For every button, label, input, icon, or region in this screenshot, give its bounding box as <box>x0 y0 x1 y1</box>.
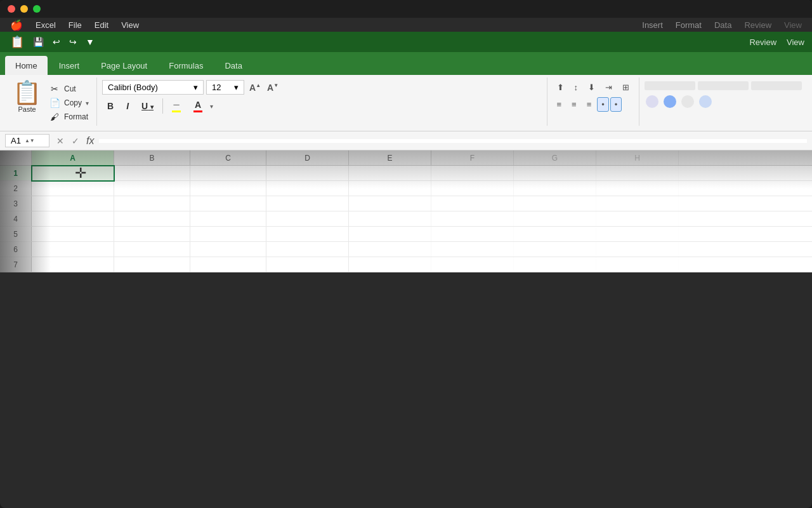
cut-button[interactable]: ✂ Cut <box>46 83 91 95</box>
cell-b7[interactable] <box>114 257 190 272</box>
cell-e4[interactable] <box>349 211 431 227</box>
menu-file[interactable]: File <box>63 20 87 30</box>
font-name-selector[interactable]: Calibri (Body) ▾ <box>102 80 204 95</box>
col-header-f[interactable]: F <box>431 150 514 166</box>
cell-a2[interactable] <box>32 181 114 196</box>
cell-h6[interactable] <box>596 242 679 257</box>
cell-h1[interactable] <box>596 166 679 181</box>
review-menu[interactable]: Review <box>749 37 776 47</box>
cell-f7[interactable] <box>431 257 514 272</box>
cell-e3[interactable] <box>349 196 431 211</box>
menu-insert[interactable]: Insert <box>637 20 668 30</box>
cell-f1[interactable] <box>431 166 514 181</box>
copy-dropdown[interactable]: ▾ <box>86 100 89 107</box>
maximize-button[interactable] <box>33 5 41 13</box>
cell-d3[interactable] <box>266 196 349 211</box>
cell-g6[interactable] <box>514 242 596 257</box>
undo-icon[interactable]: ↩ <box>50 36 63 48</box>
font-decrease-button[interactable]: A▼ <box>265 81 281 94</box>
format-painter-button[interactable]: 🖌 Format <box>46 110 91 123</box>
cell-d7[interactable] <box>266 257 349 272</box>
cell-b1[interactable] <box>114 166 190 181</box>
cell-ref-dropdown[interactable]: ▲▼ <box>25 138 35 144</box>
indent-increase-button[interactable]: • <box>610 97 622 112</box>
menu-format[interactable]: Format <box>671 20 707 30</box>
cell-e6[interactable] <box>349 242 431 257</box>
cell-b2[interactable] <box>114 181 190 196</box>
formula-cancel-icon[interactable]: ✕ <box>55 136 66 146</box>
tab-formulas[interactable]: Formulas <box>159 56 213 75</box>
cell-c3[interactable] <box>190 196 266 211</box>
cell-c6[interactable] <box>190 242 266 257</box>
paste-button[interactable]: 📋 Paste <box>10 80 44 114</box>
menu-view2[interactable]: View <box>779 20 807 30</box>
cell-e5[interactable] <box>349 227 431 242</box>
cell-b6[interactable] <box>114 242 190 257</box>
cell-a1[interactable]: ✛ <box>32 166 114 181</box>
align-center-button[interactable]: ≡ <box>567 97 581 112</box>
underline-dropdown[interactable]: ▾ <box>150 104 154 110</box>
cell-d4[interactable] <box>266 211 349 227</box>
align-bottom-button[interactable]: ⬇ <box>584 80 599 95</box>
cell-c5[interactable] <box>190 227 266 242</box>
notebook-icon[interactable]: 📋 <box>8 34 27 50</box>
cell-h7[interactable] <box>596 257 679 272</box>
italic-button[interactable]: I <box>121 98 134 114</box>
cell-d1[interactable] <box>266 166 349 181</box>
bold-button[interactable]: B <box>102 98 119 114</box>
cell-a3[interactable] <box>32 196 114 211</box>
cell-e7[interactable] <box>349 257 431 272</box>
cell-g7[interactable] <box>514 257 596 272</box>
minimize-button[interactable] <box>20 5 28 13</box>
cell-h3[interactable] <box>596 196 679 211</box>
cell-d6[interactable] <box>266 242 349 257</box>
font-size-selector[interactable]: 12 ▾ <box>206 80 244 95</box>
cell-h4[interactable] <box>596 211 679 227</box>
col-header-b[interactable]: B <box>114 150 190 166</box>
cell-a4[interactable] <box>32 211 114 227</box>
cell-a5[interactable] <box>32 227 114 242</box>
cell-e2[interactable] <box>349 181 431 196</box>
cell-c1[interactable] <box>190 166 266 181</box>
font-color-dropdown[interactable]: ▾ <box>210 103 213 110</box>
font-increase-button[interactable]: A▲ <box>247 81 263 94</box>
underline-color-button[interactable]: ─ <box>167 97 186 115</box>
cell-g4[interactable] <box>514 211 596 227</box>
cell-b5[interactable] <box>114 227 190 242</box>
cell-f3[interactable] <box>431 196 514 211</box>
cell-d2[interactable] <box>266 181 349 196</box>
redo-icon[interactable]: ↪ <box>67 36 79 48</box>
tab-page-layout[interactable]: Page Layout <box>91 56 157 75</box>
menu-edit[interactable]: Edit <box>89 20 114 30</box>
close-button[interactable] <box>8 5 15 13</box>
align-left-button[interactable]: ≡ <box>553 97 566 112</box>
cell-h5[interactable] <box>596 227 679 242</box>
menu-data[interactable]: Data <box>709 20 737 30</box>
cell-f6[interactable] <box>431 242 514 257</box>
col-header-d[interactable]: D <box>266 150 349 166</box>
cell-g1[interactable] <box>514 166 596 181</box>
apple-menu[interactable]: 🍎 <box>5 19 28 31</box>
formula-input[interactable] <box>99 139 807 143</box>
cell-c2[interactable] <box>190 181 266 196</box>
menu-review[interactable]: Review <box>739 20 776 30</box>
indent-decrease-button[interactable]: • <box>597 97 609 112</box>
wrap-text-button[interactable]: ⇥ <box>601 80 617 95</box>
cell-c7[interactable] <box>190 257 266 272</box>
cell-c4[interactable] <box>190 211 266 227</box>
underline-button[interactable]: U ▾ <box>136 98 159 114</box>
copy-button[interactable]: 📄 Copy ▾ <box>46 97 91 109</box>
cell-g5[interactable] <box>514 227 596 242</box>
font-color-button[interactable]: A <box>188 98 207 115</box>
cell-g3[interactable] <box>514 196 596 211</box>
tab-data[interactable]: Data <box>214 56 252 75</box>
cell-f4[interactable] <box>431 211 514 227</box>
save-icon[interactable]: 💾 <box>30 36 46 48</box>
cell-g2[interactable] <box>514 181 596 196</box>
cell-a6[interactable] <box>32 242 114 257</box>
cell-a7[interactable] <box>32 257 114 272</box>
align-top-button[interactable]: ⬆ <box>553 80 568 95</box>
cell-f2[interactable] <box>431 181 514 196</box>
col-header-a[interactable]: A <box>32 150 114 166</box>
col-header-g[interactable]: G <box>514 150 596 166</box>
